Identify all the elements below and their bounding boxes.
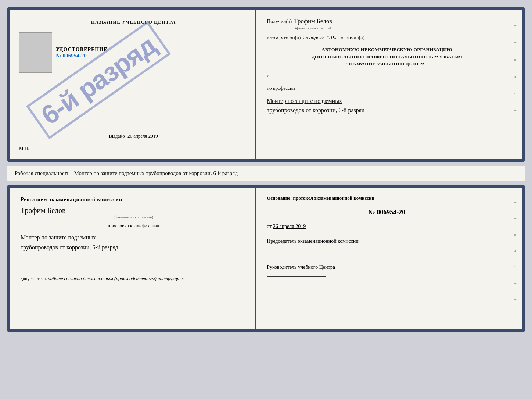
qualification-line2: трубопроводов от коррозии, 6-й разряд xyxy=(21,242,246,252)
vtom-date: 26 апреля 2019г. xyxy=(303,35,338,41)
udost-title: УДОСТОВЕРЕНИЕ xyxy=(56,47,248,53)
dopuskaetsya-label: допускается к xyxy=(21,276,47,281)
top-left-title: НАЗВАНИЕ УЧЕБНОГО ЦЕНТРА xyxy=(91,19,176,25)
ot-label: от xyxy=(267,224,272,229)
qualification-line1: Монтер по защите подземных xyxy=(21,232,246,242)
dopuskaetsya-block: допускается к работе согласно должностны… xyxy=(21,276,246,282)
org-line1: АВТОНОМНУЮ НЕКОММЕРЧЕСКУЮ ОРГАНИЗАЦИЮ xyxy=(267,46,507,53)
udost-number: № 006954-20 xyxy=(56,53,248,59)
profession-line2: трубопроводов от коррозии, 6-й разряд xyxy=(267,106,507,115)
cert-top-right: Получил(а) Трофим Белов (фамилия, имя, о… xyxy=(256,10,522,159)
cert-bottom-left: Решением экзаменационной комиссии Трофим… xyxy=(10,188,256,329)
rukovoditel-sign-line xyxy=(267,276,326,277)
profession-text: Монтер по защите подземных трубопроводов… xyxy=(267,96,507,115)
vydano-label: Выдано xyxy=(109,133,125,139)
dash-right-1: – xyxy=(504,224,507,229)
predsedatel-label: Председатель экзаменационной комиссии xyxy=(267,238,507,244)
vtom-label: в том, что он(а) xyxy=(267,35,301,41)
cert-top-left: НАЗВАНИЕ УЧЕБНОГО ЦЕНТРА УДОСТОВЕРЕНИЕ №… xyxy=(10,10,256,159)
ot-date: 26 апреля 2019 xyxy=(273,224,306,229)
photo-placeholder xyxy=(19,32,52,73)
rukovoditel-block: Руководитель учебного Центра xyxy=(267,264,507,278)
top-certificate: НАЗВАНИЕ УЧЕБНОГО ЦЕНТРА УДОСТОВЕРЕНИЕ №… xyxy=(7,7,525,162)
poluchil-label: Получил(а) xyxy=(267,19,292,25)
sign-line-1 xyxy=(21,259,201,259)
dopusk-value: работе согласно должностным (производств… xyxy=(48,276,184,281)
org-line2: ДОПОЛНИТЕЛЬНОГО ПРОФЕССИОНАЛЬНОГО ОБРАЗО… xyxy=(267,53,507,61)
profession-line1: Монтер по защите подземных xyxy=(267,96,507,106)
reshenie-title: Решением экзаменационной комиссии xyxy=(21,197,246,203)
osnovanie-title: Основание: протокол экзаменационной коми… xyxy=(267,195,507,201)
mp-line: М.П. xyxy=(19,146,29,152)
vydano-line: Выдано 26 апреля 2019 xyxy=(109,133,158,139)
bottom-certificate: Решением экзаменационной комиссии Трофим… xyxy=(7,185,525,332)
ot-line: от 26 апреля 2019 – xyxy=(267,224,507,229)
poluchil-name: Трофим Белов xyxy=(294,18,332,26)
middle-text: Рабочая специальность - Монтер по защите… xyxy=(7,166,525,181)
predsedatel-block: Председатель экзаменационной комиссии xyxy=(267,238,507,252)
cert-bottom-right: Основание: протокол экзаменационной коми… xyxy=(256,188,522,329)
fio-block-bottom: Трофим Белов (фамилия, имя, отчество) xyxy=(21,206,246,219)
sign-line-2 xyxy=(21,266,201,266)
qualification-text: Монтер по защите подземных трубопроводов… xyxy=(21,232,246,252)
prisvoena-label: присвоена квалификация xyxy=(21,223,246,229)
rukovoditel-label: Руководитель учебного Центра xyxy=(267,264,507,270)
poluchil-line: Получил(а) Трофим Белов (фамилия, имя, о… xyxy=(267,18,507,30)
udostoverenie-block: УДОСТОВЕРЕНИЕ № 006954-20 xyxy=(56,32,248,73)
po-professii-label: по профессии xyxy=(267,85,507,91)
fio-hint-bottom: (фамилия, имя, отчество) xyxy=(114,215,153,219)
fio-value-bottom: Трофим Белов xyxy=(21,206,246,215)
org-block: АВТОНОМНУЮ НЕКОММЕРЧЕСКУЮ ОРГАНИЗАЦИЮ ДО… xyxy=(267,46,507,68)
page-wrapper: НАЗВАНИЕ УЧЕБНОГО ЦЕНТРА УДОСТОВЕРЕНИЕ №… xyxy=(7,7,525,332)
fio-hint-top: (фамилия, имя, отчество) xyxy=(295,26,331,30)
protocol-number: № 006954-20 xyxy=(267,209,507,216)
i-label: и xyxy=(267,73,269,79)
predsedatel-sign-line xyxy=(267,250,326,250)
vtom-line: в том, что он(а) 26 апреля 2019г. окончи… xyxy=(267,35,507,41)
okonchil-label: окончил(а) xyxy=(341,35,365,41)
vydano-date: 26 апреля 2019 xyxy=(127,133,158,139)
middle-text-content: Рабочая специальность - Монтер по защите… xyxy=(15,170,238,176)
dash-top: – xyxy=(337,19,340,25)
org-line3: " НАЗВАНИЕ УЧЕБНОГО ЦЕНТРА " xyxy=(267,60,507,68)
stamp-area: УДОСТОВЕРЕНИЕ № 006954-20 xyxy=(19,32,248,73)
